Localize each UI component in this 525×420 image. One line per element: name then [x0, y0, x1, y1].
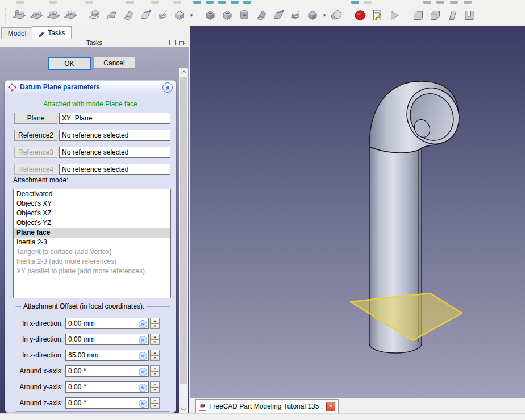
- spin-down-button[interactable]: ▼: [150, 355, 160, 361]
- spin-up-button[interactable]: ▲: [150, 365, 160, 371]
- section-title: Datum Plane parameters: [20, 83, 100, 91]
- tab-tasks[interactable]: Tasks: [32, 26, 72, 39]
- toolbar-button-subtractive-helix[interactable]: [288, 7, 303, 23]
- toolbar-button-pocket[interactable]: [202, 7, 218, 23]
- spin-up-button[interactable]: ▲: [150, 397, 160, 403]
- spin-up-button[interactable]: ▲: [150, 381, 160, 387]
- toolbar-cutoff-icon-fragment: [436, 1, 444, 4]
- offset-value-field[interactable]: 0.00 ° fx: [65, 397, 149, 409]
- scrollbar-thumb[interactable]: [180, 77, 188, 384]
- spin-down-button[interactable]: ▼: [150, 339, 160, 346]
- toolbar-button-primitive-compound-4[interactable]: [63, 7, 78, 23]
- reference-field[interactable]: No reference selected: [59, 130, 170, 141]
- toolbar-button-macro-record[interactable]: [352, 7, 368, 23]
- attachment-mode-option[interactable]: Inertia 2-3: [14, 238, 170, 247]
- offset-value-field[interactable]: 0.00 ° fx: [65, 365, 149, 377]
- toolbar-dropdown-caret[interactable]: ▾: [322, 7, 327, 23]
- scroll-up-arrow[interactable]: [179, 68, 188, 77]
- toolbar-button-draft[interactable]: [444, 7, 460, 23]
- toolbar-button-additive-pipe[interactable]: [138, 7, 153, 23]
- toolbar-button-additive-loft[interactable]: [120, 7, 136, 23]
- reference-button[interactable]: Reference4: [14, 164, 57, 175]
- toolbar-button-primitive-compound-1[interactable]: [11, 7, 27, 23]
- spin-up-button[interactable]: ▲: [150, 318, 160, 323]
- spin-up-button[interactable]: ▲: [150, 350, 160, 355]
- toolbar-button-subtractive-loft[interactable]: [253, 7, 269, 23]
- spin-down-button[interactable]: ▼: [150, 323, 160, 330]
- attachment-mode-label: Attachment mode:: [13, 176, 68, 184]
- offset-row: Around x-axis: 0.00 ° fx ▲ ▼: [15, 365, 170, 377]
- attachment-mode-option-label: XY parallel to plane (add more reference…: [16, 267, 145, 275]
- reference-field[interactable]: No reference selected: [59, 164, 170, 175]
- viewport-background[interactable]: [190, 26, 525, 398]
- toolbar-button-subtractive-primitive[interactable]: [305, 7, 320, 23]
- reference-button[interactable]: Plane: [14, 113, 57, 124]
- expression-icon[interactable]: fx: [139, 320, 147, 328]
- freecad-document-icon: [199, 402, 206, 411]
- toolbar-button-macro-execute[interactable]: [386, 7, 402, 23]
- toolbar-button-additive-helix[interactable]: [155, 7, 170, 23]
- toolbar-button-fillet[interactable]: [410, 7, 426, 23]
- panel-scrollbar[interactable]: [179, 68, 188, 413]
- expression-icon[interactable]: fx: [139, 352, 147, 360]
- additive-helix-icon: [156, 9, 169, 22]
- attachment-mode-option[interactable]: XY parallel to plane (add more reference…: [14, 267, 170, 276]
- tab-model[interactable]: Model: [1, 27, 33, 39]
- section-header[interactable]: Datum Plane parameters: [5, 80, 176, 94]
- toolbar-button-groove[interactable]: [236, 7, 252, 23]
- toolbar-button-hole[interactable]: [219, 7, 235, 23]
- attachment-mode-option[interactable]: Object's XZ: [14, 209, 170, 218]
- 3d-viewport[interactable]: [190, 26, 525, 398]
- attachment-mode-list[interactable]: Deactivated Object's XY Object's XZ: [13, 189, 171, 298]
- combo-view-panel: Model Tasks Tasks OK: [0, 26, 189, 413]
- document-tab[interactable]: FreeCAD Part Modeling Tutorial 135 : 1* …: [195, 399, 339, 413]
- attachment-mode-option[interactable]: Plane face: [14, 228, 170, 238]
- scroll-down-arrow[interactable]: [179, 405, 188, 413]
- reference-field[interactable]: No reference selected: [59, 147, 170, 158]
- ok-button-label: OK: [64, 60, 74, 68]
- toolbar-button-chamfer[interactable]: [427, 7, 443, 23]
- toolbar-separator: [82, 8, 83, 23]
- toolbar-cutoff-icon-fragment: [151, 1, 159, 4]
- spin-down-button[interactable]: ▼: [150, 403, 160, 409]
- attachment-mode-option-label: Plane face: [16, 228, 50, 236]
- attachment-mode-option[interactable]: Object's YZ: [14, 218, 170, 228]
- reference-button[interactable]: Reference3: [14, 147, 57, 158]
- toolbar-cutoff-icon-fragment: [16, 1, 24, 4]
- expression-icon[interactable]: fx: [139, 384, 147, 392]
- spin-up-button[interactable]: ▲: [150, 334, 160, 339]
- close-document-icon[interactable]: ✕: [326, 402, 335, 411]
- offset-value-field[interactable]: 0.00 mm fx: [65, 334, 149, 345]
- toolbar-button-primitive-compound-3[interactable]: [45, 7, 61, 23]
- toolbar-button-boolean-operation[interactable]: [328, 7, 344, 23]
- offset-value-field[interactable]: 0.00 mm fx: [65, 318, 149, 329]
- toolbar-handle: [5, 8, 8, 23]
- reference-field[interactable]: XY_Plane: [59, 113, 170, 124]
- attachment-mode-option[interactable]: Object's XY: [14, 199, 170, 209]
- offset-value-field[interactable]: 65.00 mm fx: [65, 350, 149, 361]
- dock-icon[interactable]: [169, 40, 176, 45]
- reference-button[interactable]: Reference2: [14, 130, 57, 141]
- toolbar-button-thickness[interactable]: [461, 7, 477, 23]
- toolbar-dropdown-caret[interactable]: ▾: [189, 7, 194, 23]
- float-icon[interactable]: [179, 40, 185, 45]
- expression-icon[interactable]: fx: [139, 400, 147, 408]
- attachment-mode-option[interactable]: Tangent to surface (add Vertex): [14, 247, 170, 257]
- toolbar-button-macro-edit[interactable]: [369, 7, 385, 23]
- spin-down-button[interactable]: ▼: [150, 387, 160, 393]
- attachment-mode-option[interactable]: Deactivated: [14, 189, 170, 199]
- cancel-button[interactable]: Cancel: [93, 57, 135, 69]
- toolbar-button-subtractive-pipe[interactable]: [270, 7, 286, 23]
- offset-value: 0.00 °: [68, 399, 86, 407]
- toolbar-button-additive-primitive[interactable]: [172, 7, 188, 23]
- attachment-mode-option[interactable]: Inertia 2-3 (add more references): [14, 257, 170, 267]
- toolbar-button-revolution[interactable]: [103, 7, 119, 23]
- collapse-section-button[interactable]: [163, 82, 173, 93]
- toolbar-button-pad[interactable]: [86, 7, 102, 23]
- ok-button[interactable]: OK: [48, 57, 91, 70]
- toolbar-button-primitive-compound-2[interactable]: [28, 7, 44, 23]
- spin-down-button[interactable]: ▼: [150, 371, 160, 377]
- offset-value-field[interactable]: 0.00 ° fx: [65, 381, 149, 393]
- expression-icon[interactable]: fx: [139, 336, 147, 344]
- expression-icon[interactable]: fx: [139, 368, 147, 376]
